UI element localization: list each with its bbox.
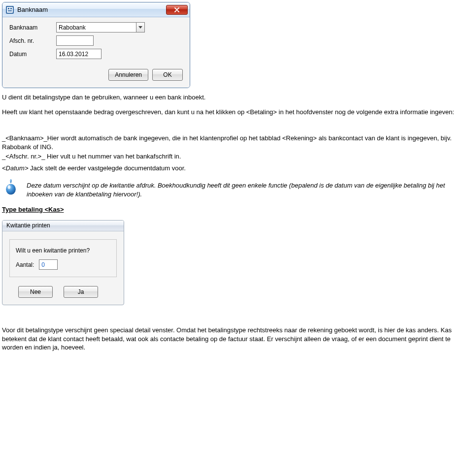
info-icon (2, 178, 20, 196)
info-note: Deze datum verschijnt op de kwitantie af… (2, 178, 471, 198)
prompt-text: Wilt u een kwitantie printen? (16, 247, 110, 254)
datum-rest: Jack stelt de eerder vastgelegde documen… (28, 164, 185, 172)
chevron-down-icon (138, 26, 142, 29)
svg-rect-1 (7, 7, 13, 13)
close-icon (174, 7, 179, 12)
svg-rect-4 (8, 10, 12, 11)
dialog-title: Kwitantie printen (6, 222, 50, 229)
paragraph-afschr: _<Afschr. nr.>_ Hier vult u het nummer v… (2, 152, 471, 161)
banknaam-dialog: Banknaam Banknaam Afsch. nr. Datum (2, 2, 190, 88)
row-afsch: Afsch. nr. (9, 35, 183, 46)
aantal-input[interactable] (39, 259, 58, 270)
dialog-body: Wilt u een kwitantie printen? Aantal: Ne… (2, 231, 124, 305)
group-box: Wilt u een kwitantie printen? Aantal: (9, 239, 117, 277)
afsch-input[interactable] (56, 35, 94, 46)
paragraph-closing: Voor dit betalingstype verschijnt geen s… (2, 326, 471, 352)
app-icon (5, 5, 14, 14)
paragraph-datum: <Datum> Jack stelt de eerder vastgelegde… (2, 164, 471, 173)
dialog-body: Banknaam Afsch. nr. Datum Annuleren OK (2, 17, 190, 88)
svg-rect-3 (10, 8, 12, 9)
datum-input[interactable] (56, 49, 101, 59)
paragraph-intro: U dient dit betalingstype dan te gebruik… (2, 93, 471, 102)
banknaam-dropdown-button[interactable] (136, 22, 145, 32)
cancel-button[interactable]: Annuleren (108, 69, 148, 81)
label-aantal: Aantal: (16, 261, 34, 268)
dialog-buttons: Nee Ja (9, 286, 117, 298)
dialog-buttons: Annuleren OK (9, 69, 183, 81)
label-afsch: Afsch. nr. (9, 37, 56, 44)
svg-point-5 (6, 184, 16, 195)
section-heading-text: Type betaling <Kas> (2, 206, 64, 213)
titlebar[interactable]: Banknaam (2, 2, 190, 17)
ok-button[interactable]: OK (152, 69, 183, 81)
svg-point-6 (8, 186, 11, 190)
dialog-title: Banknaam (17, 6, 166, 13)
titlebar[interactable]: Kwitantie printen (2, 221, 124, 231)
paragraph-details-intro: Heeft uw klant het openstaande bedrag ov… (2, 108, 471, 117)
datum-tag: <Datum> (2, 164, 28, 172)
paragraph-banknaam: _<Banknaam>_Hier wordt automatisch de ba… (2, 134, 471, 151)
close-button[interactable] (166, 5, 188, 15)
yes-button[interactable]: Ja (64, 286, 98, 298)
info-note-text: Deze datum verschijnt op de kwitantie af… (27, 181, 471, 198)
banknaam-combobox[interactable] (56, 22, 145, 32)
section-heading-kas: Type betaling <Kas> (2, 205, 471, 214)
svg-rect-2 (8, 8, 9, 9)
label-banknaam: Banknaam (9, 24, 56, 31)
row-aantal: Aantal: (16, 259, 110, 270)
no-button[interactable]: Nee (18, 286, 53, 298)
label-datum: Datum (9, 51, 56, 58)
row-datum: Datum (9, 49, 183, 59)
kwitantie-dialog: Kwitantie printen Wilt u een kwitantie p… (2, 220, 124, 305)
banknaam-input[interactable] (56, 22, 136, 32)
row-banknaam: Banknaam (9, 22, 183, 32)
